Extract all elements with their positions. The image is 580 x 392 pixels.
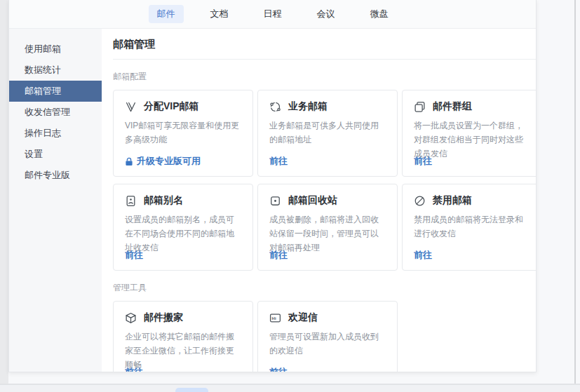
sidebar-item-mailbox-management[interactable]: 邮箱管理	[9, 81, 102, 102]
card-mail-migration: 邮件搬家企业可以将其它邮箱的邮件搬家至企业微信，让工作衔接更顺畅前往	[113, 301, 253, 372]
outer-background-bottom	[0, 385, 580, 392]
go-link[interactable]: 前往	[269, 366, 288, 372]
bottom-blue-pill	[175, 388, 208, 392]
card-description: 禁用成员的邮箱将无法登录和进行收发信	[414, 213, 530, 241]
card-mail-group: 邮件群组将一批成员设置为一个群组，对群组发信相当于同时对这些成员发信前往	[402, 90, 536, 177]
card-footer-label: 前往	[269, 249, 288, 262]
tab-drive[interactable]: 微盘	[362, 5, 397, 23]
section-label: 管理工具	[113, 282, 536, 294]
page-title: 邮箱管理	[113, 29, 536, 59]
card-footer-label: 前往	[125, 249, 143, 262]
card-footer-label: 前往	[414, 155, 432, 168]
card-title: 邮件搬家	[144, 311, 183, 324]
tab-docs[interactable]: 文档	[202, 5, 237, 23]
card-footer-label: 前往	[269, 155, 288, 168]
card-title: 邮箱回收站	[288, 194, 337, 207]
card-footer-label: 前往	[414, 249, 432, 262]
disabled-mailbox-icon	[414, 195, 426, 207]
mail-migration-icon	[125, 312, 137, 324]
card-footer-label: 升级专业版可用	[137, 155, 201, 168]
card-mailbox-alias: 邮箱别名设置成员的邮箱别名，成员可在不同场合使用不同的邮箱地址收发信前往	[113, 184, 253, 271]
screen: 邮件文档日程会议微盘 使用邮箱数据统计邮箱管理收发信管理操作日志设置邮件专业版 …	[0, 0, 580, 392]
card-footer-label: 前往	[269, 366, 288, 372]
main-content: 邮箱管理 邮箱配置分配VIP邮箱VIP邮箱可享无限容量和使用更多高级功能升级专业…	[102, 29, 536, 372]
section: 管理工具邮件搬家企业可以将其它邮箱的邮件搬家至企业微信，让工作衔接更顺畅前往Hi…	[113, 282, 536, 372]
go-link[interactable]: 前往	[414, 249, 432, 262]
tab-meeting[interactable]: 会议	[309, 5, 344, 23]
section: 邮箱配置分配VIP邮箱VIP邮箱可享无限容量和使用更多高级功能升级专业版可用业务…	[113, 71, 536, 271]
card-header: 禁用邮箱	[414, 194, 530, 207]
sidebar-item-send-receive-management[interactable]: 收发信管理	[9, 102, 102, 123]
sidebar-item-mail-pro-edition[interactable]: 邮件专业版	[9, 165, 102, 186]
svg-text:Hi: Hi	[272, 316, 276, 320]
go-link[interactable]: 前往	[269, 249, 288, 262]
section-label: 邮箱配置	[113, 71, 536, 83]
go-link[interactable]: 前往	[414, 155, 432, 168]
card-disabled-mailbox: 禁用邮箱禁用成员的邮箱将无法登录和进行收发信前往	[402, 184, 536, 271]
tab-schedule[interactable]: 日程	[255, 5, 290, 23]
sidebar-item-data-statistics[interactable]: 数据统计	[9, 60, 102, 81]
top-navigation: 邮件文档日程会议微盘	[9, 0, 536, 29]
upgrade-pro-link[interactable]: 升级专业版可用	[125, 155, 201, 168]
welcome-letter-icon: Hi	[269, 312, 281, 324]
vip-v-icon	[125, 101, 137, 113]
card-header: 邮箱别名	[125, 194, 241, 207]
card-description: 管理员可设置新加入成员收到的欢迎信	[269, 330, 386, 358]
window-body: 使用邮箱数据统计邮箱管理收发信管理操作日志设置邮件专业版 邮箱管理 邮箱配置分配…	[9, 29, 536, 372]
mail-group-icon	[414, 101, 426, 113]
card-description: 业务邮箱是可供多人共同使用的邮箱地址	[269, 119, 386, 147]
go-link[interactable]: 前往	[125, 366, 143, 372]
card-title: 邮箱别名	[144, 194, 183, 207]
mailbox-alias-icon	[125, 195, 137, 207]
card-business-mailbox: 业务邮箱业务邮箱是可供多人共同使用的邮箱地址前往	[257, 90, 398, 177]
title-divider	[113, 59, 536, 60]
mailbox-recycle-icon	[269, 195, 281, 207]
business-mailbox-icon	[269, 101, 281, 113]
card-header: 邮箱回收站	[269, 194, 386, 207]
go-link[interactable]: 前往	[125, 249, 143, 262]
card-description: VIP邮箱可享无限容量和使用更多高级功能	[125, 119, 241, 147]
card-footer-label: 前往	[125, 366, 143, 372]
card-title: 欢迎信	[288, 311, 318, 324]
vertical-divider-line	[574, 0, 576, 384]
card-welcome-letter: Hi欢迎信管理员可设置新加入成员收到的欢迎信前往	[257, 301, 398, 372]
sidebar: 使用邮箱数据统计邮箱管理收发信管理操作日志设置邮件专业版	[9, 29, 102, 372]
go-link[interactable]: 前往	[269, 155, 288, 168]
card-title: 业务邮箱	[288, 100, 328, 113]
sidebar-item-settings[interactable]: 设置	[9, 144, 102, 165]
card-grid: 邮件搬家企业可以将其它邮箱的邮件搬家至企业微信，让工作衔接更顺畅前往Hi欢迎信管…	[113, 301, 536, 372]
sidebar-item-operation-log[interactable]: 操作日志	[9, 123, 102, 144]
outer-background-left	[0, 0, 8, 384]
tab-mail[interactable]: 邮件	[149, 5, 184, 23]
card-assign-vip-mailbox: 分配VIP邮箱VIP邮箱可享无限容量和使用更多高级功能升级专业版可用	[113, 90, 253, 177]
lock-icon	[125, 157, 133, 166]
card-title: 禁用邮箱	[433, 194, 472, 207]
card-header: Hi欢迎信	[269, 311, 386, 324]
card-title: 分配VIP邮箱	[144, 100, 199, 113]
card-grid: 分配VIP邮箱VIP邮箱可享无限容量和使用更多高级功能升级专业版可用业务邮箱业务…	[113, 90, 536, 271]
card-title: 邮件群组	[433, 100, 472, 113]
sidebar-item-use-mailbox[interactable]: 使用邮箱	[9, 39, 102, 60]
card-header: 邮件群组	[414, 100, 530, 113]
card-header: 业务邮箱	[269, 100, 386, 113]
card-header: 分配VIP邮箱	[125, 100, 241, 113]
admin-window: 邮件文档日程会议微盘 使用邮箱数据统计邮箱管理收发信管理操作日志设置邮件专业版 …	[8, 0, 537, 372]
card-header: 邮件搬家	[125, 311, 241, 324]
card-mailbox-recycle-bin: 邮箱回收站成员被删除，邮箱将进入回收站保留一段时间，管理员可以对邮箱再处理前往	[257, 184, 398, 271]
